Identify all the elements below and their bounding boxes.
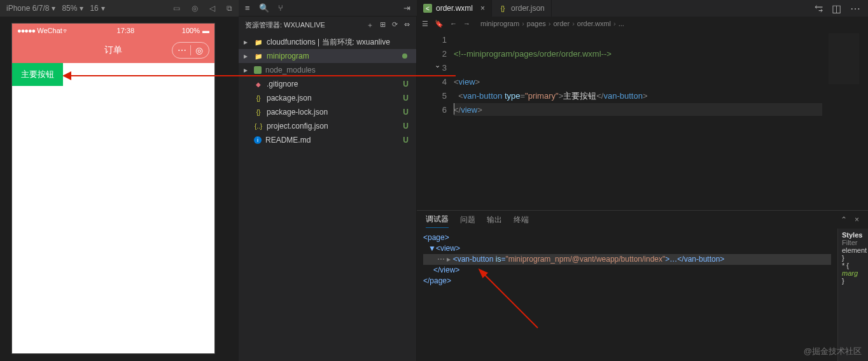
nav-back-icon[interactable]: ←	[450, 20, 457, 28]
capsule-close-icon[interactable]: ◎	[193, 45, 205, 55]
scm-icon[interactable]: ⑂	[278, 3, 283, 13]
primary-button[interactable]: 主要按钮	[12, 63, 63, 86]
tree-item[interactable]: iREADME.mdU	[239, 133, 416, 147]
mute-icon[interactable]: ◁	[209, 4, 215, 13]
debug-tab-bar: 调试器问题输出终端 ⌃ ×	[417, 211, 868, 229]
annotation-arrow	[67, 75, 456, 76]
tree-item[interactable]: {}package-lock.jsonU	[239, 105, 416, 119]
collapse-icon[interactable]: ⇥	[403, 3, 410, 13]
annotation-arrow-2	[480, 271, 538, 328]
styles-filter[interactable]: Filter	[842, 239, 864, 246]
page-title: 订单	[104, 45, 122, 56]
breadcrumb-bar: ☰ 🔖 ← → miniprogrampagesorderorder.wxml.…	[417, 17, 868, 31]
battery-label: 100%	[182, 27, 200, 34]
debug-tab[interactable]: 问题	[460, 212, 475, 228]
outline-icon[interactable]: ≡	[245, 3, 250, 13]
debug-tab[interactable]: 终端	[514, 212, 529, 228]
close-icon[interactable]: ×	[480, 4, 485, 13]
tree-item[interactable]: ▸📁miniprogram	[239, 49, 416, 63]
file-tree: ▸📁cloudfunctions | 当前环境: wxuanlive▸📁mini…	[239, 34, 416, 148]
explorer-header: 资源管理器: WXUANLIVE ＋ ⊞ ⟳ ⇔	[239, 17, 416, 34]
nav-fwd-icon[interactable]: →	[463, 20, 470, 28]
editor-tabs: <order.wxml×{}order.json ⥃ ◫ ⋯	[417, 0, 868, 17]
record-icon[interactable]: ◎	[192, 4, 198, 13]
bookmark-icon[interactable]: 🔖	[435, 20, 444, 28]
tree-item[interactable]: {}package.jsonU	[239, 91, 416, 105]
signal-icon	[17, 27, 35, 34]
editor-tab[interactable]: <order.wxml×	[417, 0, 492, 17]
tree-item[interactable]: ◆.gitignoreU	[239, 77, 416, 91]
new-folder-icon[interactable]: ⊞	[380, 20, 386, 30]
device-name[interactable]: iPhone 6/7/8	[6, 4, 55, 13]
compare-icon[interactable]: ⥃	[815, 3, 823, 15]
more-icon[interactable]: ⋯	[850, 3, 860, 15]
code-lines: <!--miniprogram/pages/order/order.wxml--…	[454, 33, 823, 131]
debug-tab[interactable]: 输出	[487, 212, 502, 228]
capsule-menu-icon[interactable]: ⋯	[176, 45, 188, 55]
sim-body: 主要按钮	[12, 63, 214, 353]
minimap[interactable]	[829, 33, 859, 84]
new-file-icon[interactable]: ＋	[367, 20, 374, 30]
capsule[interactable]: ⋯ ◎	[172, 42, 209, 59]
device-bar: iPhone 6/7/8 85% 16 ▭ ◎ ◁ ⧉	[0, 0, 239, 17]
panel-close-icon[interactable]: ×	[855, 215, 859, 224]
styles-title: Styles	[842, 231, 864, 239]
gutter: 123456	[417, 31, 452, 210]
tree-item[interactable]: {..}project.config.jsonU	[239, 119, 416, 133]
device-net[interactable]: 16	[90, 4, 104, 13]
split-editor-icon[interactable]: ◫	[832, 3, 841, 15]
editor-tab[interactable]: {}order.json	[492, 0, 552, 17]
device-dock-icon[interactable]: ▭	[173, 4, 180, 13]
rotate-icon[interactable]: ⧉	[227, 4, 232, 13]
simulator: WeChat ᯤ 17:38 100%▬ 订单 ⋯ ◎ 主要按钮	[11, 23, 215, 354]
fold-icon[interactable]: ⌄	[435, 61, 440, 69]
watermark: @掘金技术社区	[804, 346, 862, 357]
svg-line-0	[484, 274, 538, 328]
tree-item[interactable]: ▸📁cloudfunctions | 当前环境: wxuanlive	[239, 35, 416, 49]
explorer-title: 资源管理器: WXUANLIVE	[245, 20, 325, 30]
search-icon[interactable]: 🔍	[259, 3, 269, 13]
editor-icon-bar: ≡ 🔍 ⑂ ⇥	[239, 0, 417, 17]
sim-nav-bar: 订单 ⋯ ◎	[12, 38, 214, 63]
panel-up-icon[interactable]: ⌃	[841, 215, 847, 224]
explorer-panel: 资源管理器: WXUANLIVE ＋ ⊞ ⟳ ⇔ ▸📁cloudfunction…	[239, 17, 417, 361]
annotation-arrow-head	[62, 71, 71, 80]
wifi-icon: ᯤ	[62, 27, 69, 34]
battery-icon: ▬	[202, 27, 209, 34]
styles-pane[interactable]: Styles Filter element } * { marg }	[837, 229, 868, 361]
device-scale[interactable]: 85%	[62, 4, 83, 13]
sim-status-bar: WeChat ᯤ 17:38 100%▬	[12, 24, 214, 38]
collapse-all-icon[interactable]: ⇔	[404, 20, 410, 30]
debug-tab[interactable]: 调试器	[426, 211, 449, 228]
time-label: 17:38	[69, 27, 182, 34]
code-editor[interactable]: 123456 ⌄ <!--miniprogram/pages/order/ord…	[417, 31, 868, 210]
refresh-icon[interactable]: ⟳	[392, 20, 398, 30]
breadcrumb[interactable]: miniprogrampagesorderorder.wxml...	[480, 20, 624, 27]
list-icon[interactable]: ☰	[422, 20, 428, 28]
carrier-label: WeChat	[37, 27, 62, 34]
